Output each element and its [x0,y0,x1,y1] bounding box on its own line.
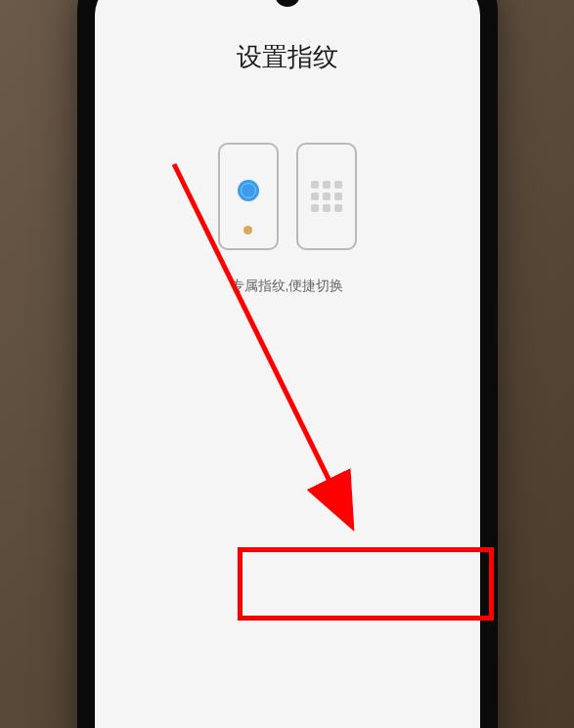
content-area: 设置指纹 专属指纹,便捷切换 [95,11,480,729]
phone-bezel: 设置指纹 专属指纹,便捷切换 [89,0,486,728]
illustration [114,143,461,250]
phone-frame: 设置指纹 专属指纹,便捷切换 [77,0,498,728]
home-indicator-icon [243,226,252,235]
page-title: 设置指纹 [114,40,461,74]
fingerprint-phone-icon [218,143,279,250]
subtitle: 专属指纹,便捷切换 [114,278,461,295]
button-row: 跳过 立刻设置 [114,698,461,729]
keypad-phone-icon [296,143,357,250]
skip-button[interactable]: 跳过 [283,721,322,729]
setup-button[interactable]: 立刻设置 [361,721,431,729]
keypad-icon [311,181,342,212]
screen: 设置指纹 专属指纹,便捷切换 [95,0,480,728]
fingerprint-icon [238,180,259,201]
